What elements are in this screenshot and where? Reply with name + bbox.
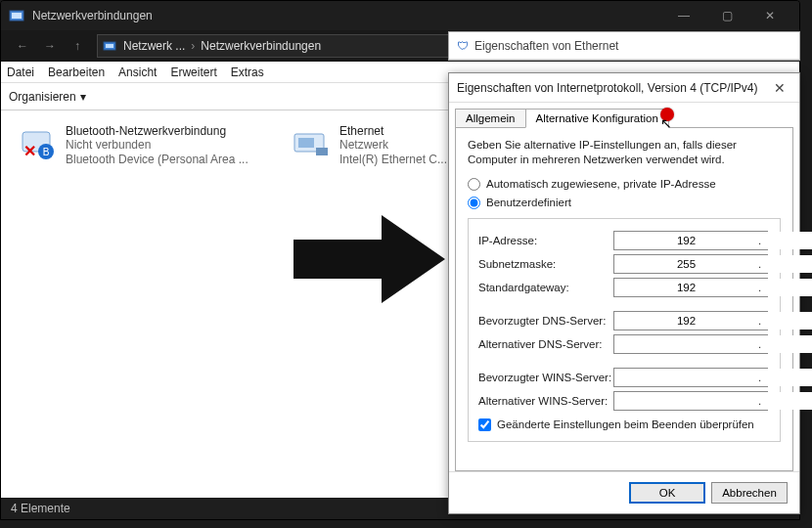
tab-alternative-config[interactable]: Alternative Konfiguration ↖ [525,109,669,128]
shield-icon: 🛡 [457,39,469,53]
gw-oct2[interactable] [761,279,812,296]
svg-rect-1 [12,13,22,19]
menu-extras[interactable]: Extras [231,66,264,79]
up-button[interactable]: ↑ [64,34,91,58]
d1-oct1[interactable] [614,312,758,330]
w2-oct2[interactable] [761,392,812,410]
ip-oct2[interactable] [761,232,812,249]
close-button[interactable]: ✕ [768,80,791,96]
validate-on-exit[interactable]: Geänderte Einstellungen beim Beenden übe… [478,418,770,431]
chevron-right-icon: › [191,39,195,53]
network-icon [102,38,117,54]
adapter-details: Bluetooth-Netzwerkverbindung Nicht verbu… [66,124,248,166]
crumb-2[interactable]: Netzwerkverbindungen [201,39,321,53]
svg-text:✕: ✕ [23,143,36,159]
sn-oct2[interactable] [761,255,812,273]
row-wins-alt: Alternativer WINS-Server: . . . [478,391,770,411]
svg-text:B: B [43,147,50,157]
validate-checkbox[interactable] [478,418,491,431]
chevron-down-icon: ▾ [80,90,86,104]
menu-edit[interactable]: Bearbeiten [48,66,105,79]
adapter-title: Ethernet [339,124,447,138]
tab-strip: Allgemein Alternative Konfiguration ↖ Ge… [449,103,799,471]
window-controls: — ▢ ✕ [662,1,791,30]
dialog-titlebar: Eigenschaften von Internetprotokoll, Ver… [449,73,799,103]
ethernet-props-title: Eigenschaften von Ethernet [474,39,618,53]
label-subnet: Subnetzmaske: [478,258,613,270]
ethernet-adapter-icon [291,124,332,165]
row-wins-preferred: Bevorzugter WINS-Server: . . . [478,368,770,387]
radio-user-label: Benutzerdefiniert [486,197,571,208]
ethernet-props-titlebar: 🛡 Eigenschaften von Ethernet [449,32,799,60]
minimize-button[interactable]: — [662,1,705,30]
wins-preferred-input[interactable]: . . . [613,368,768,387]
svg-rect-9 [298,138,314,148]
tab-general[interactable]: Allgemein [455,109,526,128]
radio-auto-private[interactable]: Automatisch zugewiesene, private IP-Adre… [468,178,781,191]
w2-oct1[interactable] [614,392,758,410]
close-button[interactable]: ✕ [748,1,791,30]
label-wins1: Bevorzugter WINS-Server: [478,372,613,383]
alt-config-panel: Geben Sie alternative IP-Einstellungen a… [455,127,793,471]
gateway-input[interactable]: . . . [613,278,768,297]
label-dns1: Bevorzugter DNS-Server: [478,315,613,327]
bluetooth-adapter-icon: B✕ [17,124,58,165]
dialog-title: Eigenschaften von Internetprotokoll, Ver… [457,81,758,95]
window-title: Netzwerkverbindungen [32,9,153,22]
adapter-device: Bluetooth Device (Personal Area ... [66,153,248,166]
organize-menu[interactable]: Organisieren ▾ [9,90,86,104]
label-wins2: Alternativer WINS-Server: [478,395,613,407]
back-button[interactable]: ← [9,34,36,58]
highlight-marker-icon [660,108,674,121]
ip-oct1[interactable] [614,232,758,249]
adapter-device: Intel(R) Ethernet C... [339,153,447,166]
label-dns2: Alternativer DNS-Server: [478,338,613,350]
forward-button[interactable]: → [36,34,64,58]
row-gateway: Standardgateway: . . . [478,278,770,297]
menu-advanced[interactable]: Erweitert [170,66,216,79]
ok-button[interactable]: OK [629,482,705,504]
ipv4-properties-dialog: Eigenschaften von Internetprotokoll, Ver… [448,72,800,514]
d1-oct2[interactable] [761,312,812,330]
wins-alt-input[interactable]: . . . [613,391,768,411]
d2-oct1[interactable] [614,335,758,353]
row-ip: IP-Adresse: . . . [478,231,770,250]
svg-rect-10 [316,148,328,155]
maximize-button[interactable]: ▢ [705,1,748,30]
organize-label: Organisieren [9,90,76,104]
ip-address-input[interactable]: . . . [613,231,768,250]
row-subnet: Subnetzmaske: . . . [478,254,770,274]
menu-view[interactable]: Ansicht [118,66,157,79]
label-ip: IP-Adresse: [478,235,613,246]
d2-oct2[interactable] [761,335,812,353]
ip-group: IP-Adresse: . . . Subnetzmaske: . . . [468,218,781,442]
w1-oct1[interactable] [614,369,758,386]
gw-oct1[interactable] [614,279,758,296]
titlebar: Netzwerkverbindungen — ▢ ✕ [1,1,799,30]
adapter-bluetooth[interactable]: B✕ Bluetooth-Netzwerkverbindung Nicht ve… [11,118,285,172]
crumb-1[interactable]: Netzwerk ... [123,39,185,53]
sn-oct1[interactable] [614,255,758,273]
panel-description: Geben Sie alternative IP-Einstellungen a… [468,138,781,167]
cancel-button[interactable]: Abbrechen [711,482,788,504]
w1-oct2[interactable] [761,369,812,386]
ethernet-properties-window: 🛡 Eigenschaften von Ethernet [448,31,800,61]
radio-user-defined[interactable]: Benutzerdefiniert [468,197,781,209]
adapter-details: Ethernet Netzwerk Intel(R) Ethernet C... [339,124,447,166]
dialog-buttons: OK Abbrechen [449,471,799,513]
adapter-title: Bluetooth-Netzwerkverbindung [66,124,248,138]
radio-auto-label: Automatisch zugewiesene, private IP-Adre… [486,178,716,190]
radio-user-input[interactable] [468,197,480,209]
dns-preferred-input[interactable]: . . . [613,311,768,330]
dns-alt-input[interactable]: . . . [613,334,768,354]
svg-rect-3 [106,44,113,48]
menu-file[interactable]: Datei [7,66,34,79]
adapter-status: Nicht verbunden [66,138,248,152]
row-dns-alt: Alternativer DNS-Server: . . . [478,334,770,354]
network-settings-icon [9,8,24,23]
tab-alt-label: Alternative Konfiguration [536,112,658,124]
radio-auto-input[interactable] [468,178,480,191]
label-gateway: Standardgateway: [478,282,613,293]
adapter-status: Netzwerk [339,138,447,152]
subnet-mask-input[interactable]: . . . [613,254,768,274]
